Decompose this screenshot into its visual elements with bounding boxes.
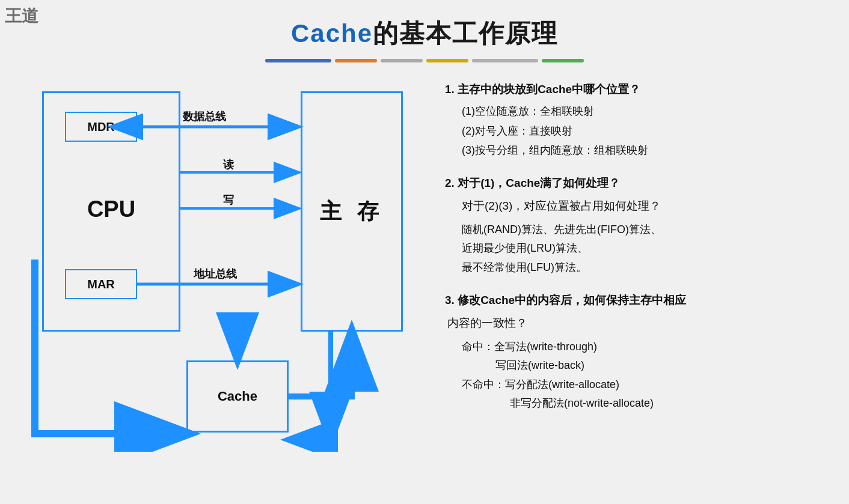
mdr-box: MDR xyxy=(65,112,137,142)
cache-box: Cache xyxy=(186,360,289,433)
q3-title2: 内容的一致性？ xyxy=(447,313,825,333)
svg-text:地址总线: 地址总线 xyxy=(193,268,238,280)
mar-box: MAR xyxy=(65,269,137,299)
color-bar-2 xyxy=(335,59,377,62)
svg-text:写: 写 xyxy=(223,194,234,206)
color-bar xyxy=(265,59,584,62)
q3-subs: 命中：全写法(write-through) 写回法(write-back) 不命… xyxy=(462,338,825,413)
q1-sub2: (2)对号入座：直接映射 xyxy=(462,121,825,141)
q2-subs: 随机(RAND)算法、先进先出(FIFO)算法、 近期最少使用(LRU)算法、 … xyxy=(462,220,825,278)
q2-sub1: 随机(RAND)算法、先进先出(FIFO)算法、 xyxy=(462,220,825,240)
slide: 王道 Cache的基本工作原理 CPU MDR MAR xyxy=(0,0,849,504)
q3-sub3: 不命中：写分配法(write-allocate) xyxy=(462,375,825,395)
color-bar-3 xyxy=(381,59,423,62)
q2-sub2: 近期最少使用(LRU)算法、 xyxy=(462,239,825,258)
q1-num: 1. xyxy=(445,83,458,96)
q3-sub1: 命中：全写法(write-through) xyxy=(462,338,825,357)
q1-text: 主存中的块放到Cache中哪个位置？ xyxy=(458,83,640,96)
title-cache: Cache xyxy=(291,19,373,47)
q3-title: 3. 修改Cache中的内容后，如何保持主存中相应 xyxy=(445,290,825,310)
mdr-label: MDR xyxy=(87,120,115,134)
right-text: 1. 主存中的块放到Cache中哪个位置？ (1)空位随意放：全相联映射 (2)… xyxy=(445,79,825,427)
svg-text:读: 读 xyxy=(223,159,234,171)
cpu-label: CPU xyxy=(42,196,180,222)
color-bar-5 xyxy=(472,59,538,62)
svg-text:数据总线: 数据总线 xyxy=(182,111,227,123)
mem-label: 主 存 xyxy=(320,197,384,226)
q2-num: 2. xyxy=(445,177,458,189)
q2-sub3: 最不经常使用(LFU)算法。 xyxy=(462,258,825,278)
title-suffix: 的基本工作原理 xyxy=(373,19,558,47)
color-bar-6 xyxy=(542,59,584,62)
q3-num: 3. xyxy=(445,294,458,306)
q1-sub3: (3)按号分组，组内随意放：组相联映射 xyxy=(462,141,825,160)
q2-title: 2. 对于(1)，Cache满了如何处理？ xyxy=(445,173,825,193)
diagram: CPU MDR MAR 主 存 Cache xyxy=(24,79,421,452)
question-1: 1. 主存中的块放到Cache中哪个位置？ (1)空位随意放：全相联映射 (2)… xyxy=(445,79,825,160)
mar-label: MAR xyxy=(87,278,115,291)
q3-sub2: 写回法(write-back) xyxy=(495,356,825,375)
cache-label: Cache xyxy=(218,389,257,404)
q2-text: 对于(1)，Cache满了如何处理？ xyxy=(458,177,620,189)
color-bar-1 xyxy=(265,59,331,62)
q2-title2: 对于(2)(3)，对应位置被占用如何处理？ xyxy=(462,196,825,216)
mem-box: 主 存 xyxy=(301,91,403,332)
q1-sub1: (1)空位随意放：全相联映射 xyxy=(462,102,825,121)
q1-title: 1. 主存中的块放到Cache中哪个位置？ xyxy=(445,79,825,99)
watermark: 王道 xyxy=(5,5,38,28)
question-3: 3. 修改Cache中的内容后，如何保持主存中相应 内容的一致性？ 命中：全写法… xyxy=(445,290,825,413)
page-title: Cache的基本工作原理 xyxy=(291,17,558,50)
color-bar-4 xyxy=(426,59,468,62)
main-content: CPU MDR MAR 主 存 Cache xyxy=(24,79,825,452)
q3-text: 修改Cache中的内容后，如何保持主存中相应 xyxy=(458,294,686,306)
q3-sub4: 非写分配法(not-write-allocate) xyxy=(510,394,825,413)
question-2: 2. 对于(1)，Cache满了如何处理？ 对于(2)(3)，对应位置被占用如何… xyxy=(445,173,825,277)
